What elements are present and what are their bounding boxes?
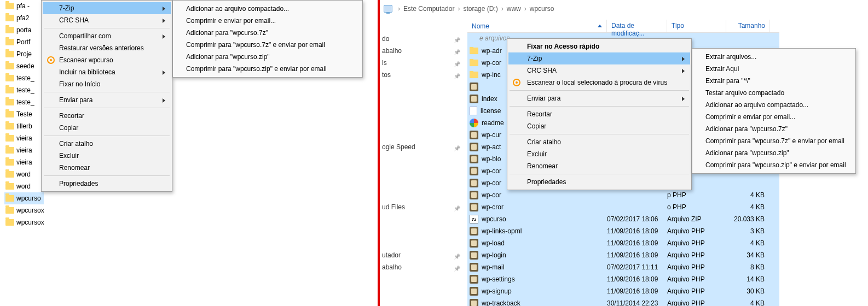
file-row[interactable]: wp-links-opml11/09/2016 18:09Arquivo PHP… xyxy=(467,225,779,237)
header-name[interactable]: Nome xyxy=(467,20,607,32)
nav-item[interactable] xyxy=(380,177,465,189)
tree-folder[interactable]: teste_ xyxy=(4,96,44,108)
submenu-add-archive[interactable]: Adicionar ao arquivo compactado... xyxy=(693,99,854,111)
header-size[interactable]: Tamanho xyxy=(726,20,770,32)
nav-item[interactable]: abalho xyxy=(380,261,465,273)
tree-folder[interactable]: Teste xyxy=(4,108,44,120)
file-row[interactable]: wp-settings11/09/2016 18:09Arquivo PHP14… xyxy=(467,273,779,285)
submenu-add-zip[interactable]: Adicionar para "wpcurso.zip" xyxy=(174,51,361,63)
nav-item[interactable]: ogle Speed xyxy=(380,141,465,153)
tree-folder[interactable]: seede xyxy=(4,60,44,72)
breadcrumb[interactable]: › Este Computador › storage (D:) › www ›… xyxy=(381,2,554,15)
tree-folder[interactable]: wpcurso xyxy=(4,192,44,204)
submenu-compress-7z-email[interactable]: Comprimir para "wpcurso.7z" e enviar por… xyxy=(174,39,361,51)
file-row[interactable]: wp-corp PHP4 KB xyxy=(467,189,779,201)
menu-restore-versions[interactable]: Restaurar versões anteriores xyxy=(43,42,171,54)
menu-properties[interactable]: Propriedades xyxy=(508,176,690,188)
submenu-extract-files[interactable]: Extrair arquivos... xyxy=(693,51,854,63)
header-type[interactable]: Tipo xyxy=(667,20,726,32)
menu-copy[interactable]: Copiar xyxy=(43,122,171,134)
menu-pin-start[interactable]: Fixar no Início xyxy=(43,78,171,90)
submenu-compress-7z-email[interactable]: Comprimir para "wpcurso.7z" e enviar por… xyxy=(693,135,854,147)
header-date[interactable]: Data de modificaç... xyxy=(607,20,667,32)
menu-7zip[interactable]: 7-Zip xyxy=(43,2,171,14)
menu-cut[interactable]: Recortar xyxy=(43,110,171,122)
menu-delete[interactable]: Excluir xyxy=(43,150,171,162)
menu-scan[interactable]: Escanear wpcurso xyxy=(43,54,171,66)
submenu-add-archive[interactable]: Adicionar ao arquivo compactado... xyxy=(174,3,361,15)
nav-item[interactable] xyxy=(380,189,465,201)
nav-item[interactable]: ud Files xyxy=(380,201,465,213)
tree-folder[interactable]: pfa2 xyxy=(4,12,44,24)
file-row[interactable]: wpcurso07/02/2017 18:06Arquivo ZIP20.033… xyxy=(467,213,779,225)
submenu-extract-to[interactable]: Extrair para "*\" xyxy=(693,75,854,87)
crumb[interactable]: wpcurso xyxy=(530,5,554,13)
nav-item[interactable]: utador xyxy=(380,249,465,261)
nav-item[interactable] xyxy=(380,105,465,117)
nav-item[interactable] xyxy=(380,165,465,177)
submenu-add-7z[interactable]: Adicionar para "wpcurso.7z" xyxy=(174,27,361,39)
tree-folder[interactable]: Portf xyxy=(4,36,44,48)
submenu-add-zip[interactable]: Adicionar para "wpcurso.zip" xyxy=(693,147,854,159)
nav-item[interactable] xyxy=(380,81,465,93)
menu-pin-quick-access[interactable]: Fixar no Acesso rápido xyxy=(508,40,690,52)
tree-folder[interactable]: porta xyxy=(4,24,44,36)
tree-folder[interactable]: pfa - xyxy=(4,0,44,12)
menu-send-to[interactable]: Enviar para xyxy=(43,94,171,106)
menu-crc-sha[interactable]: CRC SHA xyxy=(43,14,171,26)
tree-folder[interactable]: teste_ xyxy=(4,84,44,96)
menu-send-to[interactable]: Enviar para xyxy=(508,92,690,104)
tree-folder[interactable]: vieira xyxy=(4,144,44,156)
nav-item[interactable] xyxy=(380,237,465,249)
submenu-compress-email[interactable]: Comprimir e enviar por email... xyxy=(693,111,854,123)
menu-properties[interactable]: Propriedades xyxy=(43,178,171,190)
nav-item[interactable] xyxy=(380,129,465,141)
file-row[interactable]: wp-croro PHP4 KB xyxy=(467,201,779,213)
submenu-test-archive[interactable]: Testar arquivo compactado xyxy=(693,87,854,99)
tree-folder[interactable]: word xyxy=(4,180,44,192)
tree-folder[interactable]: teste_ xyxy=(4,72,44,84)
submenu-extract-here[interactable]: Extrair Aqui xyxy=(693,63,854,75)
nav-item[interactable]: tos xyxy=(380,69,465,81)
tree-folder[interactable]: Proje xyxy=(4,48,44,60)
nav-item[interactable] xyxy=(380,93,465,105)
submenu-compress-email[interactable]: Comprimir e enviar por email... xyxy=(174,15,361,27)
submenu-compress-zip-email[interactable]: Comprimir para "wpcurso.zip" e enviar po… xyxy=(693,159,854,171)
menu-scan[interactable]: Escanear o local selecionado à procura d… xyxy=(508,76,690,89)
menu-copy[interactable]: Copiar xyxy=(508,120,690,132)
menu-share[interactable]: Compartilhar com xyxy=(43,30,171,42)
crumb[interactable]: Este Computador xyxy=(403,5,454,13)
nav-item[interactable] xyxy=(380,117,465,129)
submenu-add-7z[interactable]: Adicionar para "wpcurso.7z" xyxy=(693,123,854,135)
file-row[interactable]: wp-mail07/02/2017 11:11Arquivo PHP8 KB xyxy=(467,261,779,273)
nav-item[interactable] xyxy=(380,225,465,237)
menu-7zip[interactable]: 7-Zip xyxy=(508,52,690,64)
menu-create-shortcut[interactable]: Criar atalho xyxy=(508,136,690,148)
tree-folder[interactable]: vieira xyxy=(4,132,44,144)
tree-folder[interactable]: word xyxy=(4,168,44,180)
crumb[interactable]: www xyxy=(507,5,521,13)
nav-item[interactable]: do xyxy=(380,33,465,45)
tree-folder[interactable]: vieira xyxy=(4,156,44,168)
menu-delete[interactable]: Excluir xyxy=(508,148,690,160)
column-headers[interactable]: Nome Data de modificaç... Tipo Tamanho xyxy=(467,20,779,33)
nav-item[interactable] xyxy=(380,153,465,165)
menu-rename[interactable]: Renomear xyxy=(43,162,171,174)
menu-crc-sha[interactable]: CRC SHA xyxy=(508,64,690,76)
nav-item[interactable]: ls xyxy=(380,57,465,69)
nav-item[interactable]: abalho xyxy=(380,45,465,57)
menu-rename[interactable]: Renomear xyxy=(508,160,690,172)
file-row[interactable]: wp-login11/09/2016 18:09Arquivo PHP34 KB xyxy=(467,249,779,261)
tree-folder[interactable]: wpcursoxx xyxy=(4,216,44,228)
nav-item[interactable] xyxy=(380,213,465,225)
file-row[interactable]: wp-trackback30/11/2014 22:23Arquivo PHP4… xyxy=(467,297,779,306)
menu-create-shortcut[interactable]: Criar atalho xyxy=(43,138,171,150)
crumb[interactable]: storage (D:) xyxy=(463,5,497,13)
menu-cut[interactable]: Recortar xyxy=(508,108,690,120)
file-row[interactable]: wp-load11/09/2016 18:09Arquivo PHP4 KB xyxy=(467,237,779,249)
tree-folder[interactable]: tillerb xyxy=(4,120,44,132)
submenu-compress-zip-email[interactable]: Comprimir para "wpcurso.zip" e enviar po… xyxy=(174,63,361,75)
menu-include-library[interactable]: Incluir na biblioteca xyxy=(43,66,171,78)
file-row[interactable]: wp-signup11/09/2016 18:09Arquivo PHP30 K… xyxy=(467,285,779,297)
tree-folder[interactable]: wpcursox xyxy=(4,204,44,216)
